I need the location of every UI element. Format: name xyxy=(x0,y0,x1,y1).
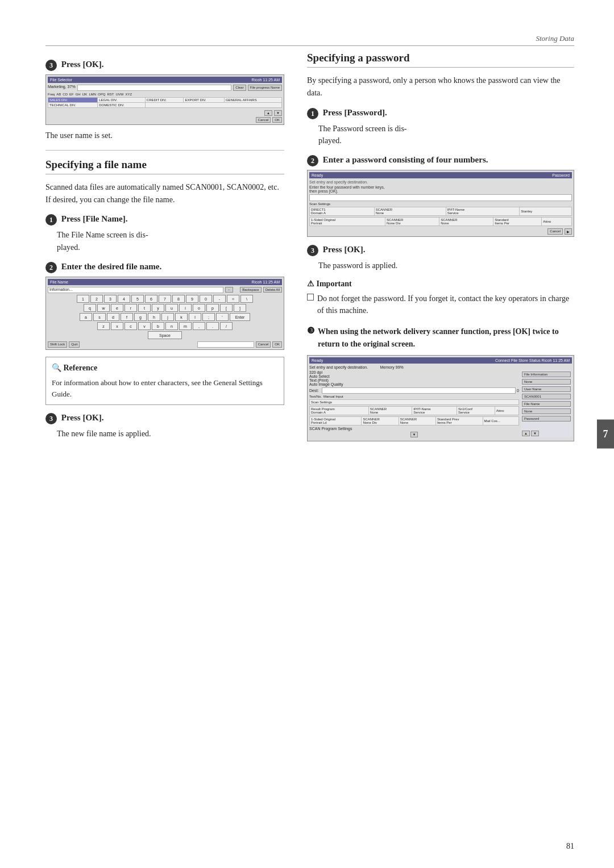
step3-network-text: When using the network delivery scanner … xyxy=(318,326,574,351)
pwd-enter-hint: Enter the four password with number keys… xyxy=(309,185,572,193)
pwd-td8: Standard Items Per xyxy=(493,218,542,226)
step2-pwd-heading: 2 Enter a password consisting of four nu… xyxy=(307,155,574,166)
kbd-key-h: h xyxy=(148,313,160,321)
ss-empty xyxy=(145,103,281,108)
pwd-td3: IP/IT-Name Service xyxy=(446,207,520,216)
net-row1: 320 dpi xyxy=(309,370,519,374)
kbd-key-k: k xyxy=(175,313,188,321)
password-section: Specifying a password By specifying a pa… xyxy=(307,52,574,316)
net-scan-table: Scan Settings xyxy=(309,399,519,405)
kbd-key-d: d xyxy=(107,313,119,321)
net-ss-title: Ready xyxy=(312,358,323,362)
net-rt4: Sn1/ConfService xyxy=(457,407,495,415)
ss-ab: AB xyxy=(56,93,61,96)
ss-general: GENERAL AFFAIRS xyxy=(224,98,281,103)
step3-pwd-heading: 3 Press [OK]. xyxy=(307,245,574,256)
kbd-row2: q w e r t y u i o p [ ] xyxy=(48,304,282,312)
kbd-key-9: 9 xyxy=(186,295,198,303)
net-btn-tabs: Text/No. Manual Input xyxy=(309,395,519,398)
net-ot1: 1-Sided OriginalPortrait Ld xyxy=(310,417,362,425)
kbd-ok-btn: OK xyxy=(272,341,282,348)
net-ot5: Mail Cos... xyxy=(483,417,518,425)
net-right-panel: File Information None User Name SCAN0001… xyxy=(521,370,572,437)
net-st1: Scan Settings xyxy=(310,400,519,405)
net-password-btn: Password xyxy=(522,416,571,422)
kbd-key-7: 7 xyxy=(159,295,171,303)
net-none2-btn: None xyxy=(522,408,571,414)
pwd-labels-row: Scan Settings xyxy=(309,202,572,206)
ss-rs: RST xyxy=(107,93,114,96)
step1-filename-circle: 1 xyxy=(45,214,57,226)
net-file-name-btn: File Name xyxy=(522,401,571,407)
step2-pwd-label: Enter a password consisting of four numb… xyxy=(323,156,488,165)
net-dest-num: 0 xyxy=(517,389,519,393)
kbd-top-bar: File Name Ricoh 11:25 AM xyxy=(48,279,282,285)
kbd-key-5: 5 xyxy=(131,295,144,303)
step2-filename-label: Enter the desired file name. xyxy=(61,262,162,271)
kbd-key-space: Space xyxy=(148,331,182,339)
step1-pwd-label: Press [Password]. xyxy=(323,108,387,117)
kbd-key-c: c xyxy=(125,322,137,330)
kbd-key-v: v xyxy=(138,322,151,330)
step1-filename-body: The File Name screen is dis-played. xyxy=(57,229,284,253)
pwd-ss-subtitle: Set entry and specify destination. xyxy=(309,180,572,184)
kbd-key-quote: ' xyxy=(216,313,229,321)
important-item: Do not forget the password. If you forge… xyxy=(307,293,574,316)
ss-credit-div: CREDIT DIV. xyxy=(145,98,184,103)
kbd-row4: z x c v b n m , . / xyxy=(48,322,282,330)
kbd-input-field: Information... xyxy=(48,287,223,293)
kbd-key-i: i xyxy=(179,304,192,312)
checkbox-icon xyxy=(307,294,314,301)
net-dest-label: Dest: xyxy=(309,389,321,393)
ss-title-right: Ricoh 11:25 AM xyxy=(252,78,280,82)
net-dest-field xyxy=(322,387,516,394)
kbd-key-r: r xyxy=(125,304,137,312)
step3-filename-heading: 3 Press [OK]. xyxy=(45,413,284,424)
file-name-title: Specifying a file name xyxy=(45,158,284,174)
kbd-key-slash: \ xyxy=(240,295,253,303)
kbd-key-f: f xyxy=(121,313,133,321)
kbd-key-2: 2 xyxy=(90,295,103,303)
ss-file-progress-btn: File progress Name xyxy=(248,85,282,91)
step3-press-ok-section: 3 Press [OK]. File Selector Ricoh 11:25 … xyxy=(45,60,284,142)
ss-ij: IJK xyxy=(82,93,88,96)
network-screenshot: Ready Connect File Store Status Ricoh 11… xyxy=(307,355,574,441)
kbd-key-m: m xyxy=(179,322,192,330)
step2-pwd-circle: 2 xyxy=(307,155,318,166)
pwd-ss-right: Password xyxy=(552,173,570,177)
kbd-delete-all-btn: Delete All xyxy=(263,287,282,293)
kbd-key-g: g xyxy=(134,313,147,321)
ss-up-btn: ▲ xyxy=(264,110,272,116)
net-row4: Auto Image Quality xyxy=(309,382,519,386)
kbd-key-s: s xyxy=(93,313,106,321)
pwd-ok-btn: ▶ xyxy=(565,228,572,235)
pwd-td6: SCANNER None Div xyxy=(385,218,439,226)
net-ss-right: Connect File Store Status Ricoh 11:25 AM xyxy=(495,358,570,362)
pwd-ss-title: Ready xyxy=(312,173,323,177)
pwd-td4: Stanley xyxy=(520,207,572,216)
important-title: ⚠ Important xyxy=(307,278,574,290)
ss-freq: Freq xyxy=(48,93,55,96)
page-number: 81 xyxy=(566,842,574,851)
page-container: Storing Data 7 3 Press [OK]. File Select… xyxy=(0,0,614,868)
pwd-label1: Scan Settings xyxy=(309,202,330,206)
net-none-btn: None xyxy=(522,379,571,385)
pwd-td2: SCANNER None xyxy=(374,207,446,216)
pwd-td7: SCANNER None xyxy=(439,218,493,226)
net-row2: Auto Select xyxy=(309,374,519,378)
kbd-key-x: x xyxy=(111,322,123,330)
step1-pwd-circle: 1 xyxy=(307,108,318,119)
folder-screenshot: File Selector Ricoh 11:25 AM Marketing, … xyxy=(45,74,284,125)
kbd-key-n: n xyxy=(165,322,178,330)
kbd-key-l: l xyxy=(189,313,201,321)
kbd-backspace-btn: Backspace xyxy=(240,287,261,293)
kbd-key-8: 8 xyxy=(172,295,185,303)
file-name-intro: Scanned data files are automatically nam… xyxy=(45,181,284,207)
section-tab: 7 xyxy=(597,420,614,449)
two-column-layout: 3 Press [OK]. File Selector Ricoh 11:25 … xyxy=(45,52,574,446)
net-left-panel: 320 dpi Auto Select Text (Print) Auto Im… xyxy=(309,370,519,437)
step1-pwd-body: The Password screen is dis-played. xyxy=(318,123,574,147)
kbd-key-e: e xyxy=(111,304,123,312)
ss-cancel-btn: Cancel xyxy=(256,117,271,123)
ss-clear-btn: Clear xyxy=(233,85,246,91)
